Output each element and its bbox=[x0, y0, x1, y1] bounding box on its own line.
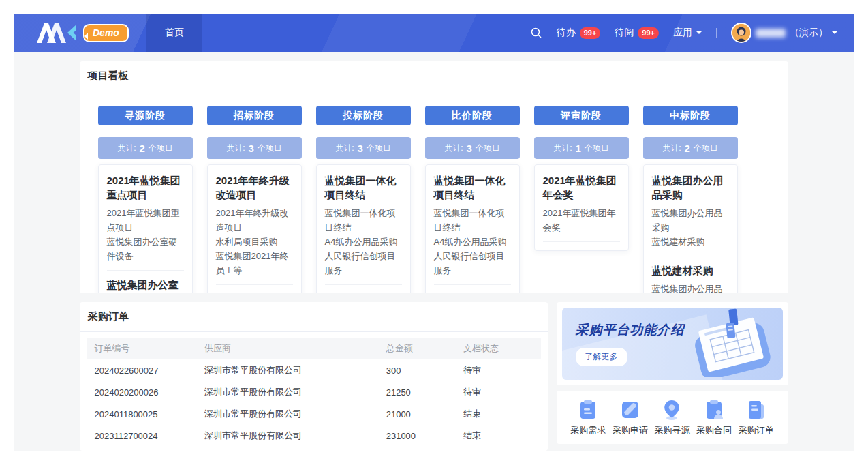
user-name-redacted bbox=[756, 29, 786, 38]
table-row[interactable]: 2024020200026深圳市常平股份有限公司21250待审 bbox=[87, 381, 541, 403]
quicklink-采购需求[interactable]: 采购需求 bbox=[568, 399, 610, 436]
apps-menu-item[interactable]: 应用 bbox=[673, 27, 702, 39]
kanban-column: 招标阶段共计:3个项目2021年年终升级改造项目2021年年终升级改造项目 水利… bbox=[207, 106, 302, 293]
project-item[interactable]: 2021年蓝悦集团年会奖2021年蓝悦集团年会奖 bbox=[543, 173, 620, 242]
quicklink-label: 采购合同 bbox=[696, 424, 732, 436]
project-description: 蓝悦集团一体化项目终结 A4纸办公用品采购 人民银行信创项目服务 bbox=[434, 206, 511, 278]
nav-divider bbox=[716, 28, 717, 38]
stage-header-button[interactable]: 招标阶段 bbox=[207, 106, 302, 125]
stage-header-button[interactable]: 评审阶段 bbox=[534, 106, 629, 125]
project-board-title: 项目看板 bbox=[80, 61, 788, 91]
column-header: 总金额 bbox=[386, 342, 463, 355]
quicklink-采购寻源[interactable]: 采购寻源 bbox=[651, 399, 694, 436]
main-nav: 首页 bbox=[146, 14, 202, 52]
project-item[interactable]: A4纸办公用品采购 bbox=[325, 292, 402, 293]
stage-header-button[interactable]: 中标阶段 bbox=[643, 106, 738, 125]
purchase-orders-panel: 采购订单 订单编号供应商总金额文档状态 2024022600027深圳市常平股份… bbox=[80, 302, 548, 451]
kanban-column: 比价阶段共计:3个项目蓝悦集团一体化项目终结蓝悦集团一体化项目终结 A4纸办公用… bbox=[425, 106, 520, 293]
order-number-cell: 2024011800025 bbox=[87, 409, 204, 419]
project-title: 蓝悦集团一体化项目终结 bbox=[434, 173, 511, 202]
count-suffix: 个项目 bbox=[149, 143, 173, 154]
count-suffix: 个项目 bbox=[258, 143, 282, 154]
stage-header-button[interactable]: 比价阶段 bbox=[425, 106, 520, 125]
column-header: 供应商 bbox=[204, 342, 386, 355]
project-title: 2021年年终升级改造项目 bbox=[216, 173, 293, 202]
count-prefix: 共计: bbox=[335, 143, 354, 154]
column-header: 文档状态 bbox=[463, 342, 540, 355]
demo-badge: Demo bbox=[83, 24, 129, 42]
total-amount-cell: 21250 bbox=[386, 387, 463, 398]
project-card-list: 2021年蓝悦集团年会奖2021年蓝悦集团年会奖 bbox=[534, 164, 629, 251]
status-cell: 结束 bbox=[463, 408, 540, 420]
purchase-orders-title: 采购订单 bbox=[80, 302, 548, 332]
project-item[interactable]: 2021年蓝悦集团重点项目2021年蓝悦集团重点项目 蓝悦集团办公室硬件设备 bbox=[107, 173, 184, 271]
stage-count: 共计:3个项目 bbox=[207, 137, 302, 159]
count-suffix: 个项目 bbox=[585, 143, 609, 154]
project-description: 2021年蓝悦集团年会奖 bbox=[543, 206, 620, 235]
project-description: 2021年年终升级改造项目 水利局项目采购 蓝悦集团2021年终员工等 bbox=[216, 206, 293, 278]
search-icon[interactable] bbox=[530, 27, 542, 39]
toread-badge: 99+ bbox=[638, 27, 659, 39]
project-item[interactable]: 蓝悦集团一体化项目终结蓝悦集团一体化项目终结 A4纸办公用品采购 人民银行信创项… bbox=[325, 173, 402, 285]
project-card-list: 2021年蓝悦集团重点项目2021年蓝悦集团重点项目 蓝悦集团办公室硬件设备蓝悦… bbox=[98, 164, 193, 293]
toread-menu-item[interactable]: 待阅 99+ bbox=[615, 27, 659, 39]
project-item[interactable]: A4纸办公用品采购 bbox=[434, 292, 511, 293]
location-pin-icon bbox=[661, 399, 683, 421]
avatar bbox=[731, 23, 751, 43]
project-item[interactable]: 蓝悦建材采购蓝悦集团办公用品采购 bbox=[652, 263, 729, 293]
app-logo[interactable]: Demo bbox=[37, 23, 129, 43]
quicklink-label: 采购申请 bbox=[613, 424, 648, 436]
quicklink-采购申请[interactable]: 采购申请 bbox=[609, 399, 651, 436]
supplier-cell: 深圳市常平股份有限公司 bbox=[204, 364, 386, 376]
project-title: A4纸办公用品采购 bbox=[434, 292, 511, 293]
promo-banner[interactable]: 采购平台功能介绍 了解更多 bbox=[562, 308, 783, 380]
stage-header-button[interactable]: 投标阶段 bbox=[316, 106, 411, 125]
quicklink-label: 采购订单 bbox=[739, 424, 774, 436]
count-prefix: 共计: bbox=[444, 143, 463, 154]
count-value: 2 bbox=[685, 143, 690, 154]
kanban-column: 中标阶段共计:2个项目蓝悦集团办公用品采购蓝悦集团办公用品采购 蓝悦建材采购蓝悦… bbox=[643, 106, 738, 293]
project-card-list: 蓝悦集团一体化项目终结蓝悦集团一体化项目终结 A4纸办公用品采购 人民银行信创项… bbox=[316, 164, 411, 293]
table-row[interactable]: 2024011800025深圳市常平股份有限公司21000结束 bbox=[87, 403, 541, 425]
supplier-cell: 深圳市常平股份有限公司 bbox=[204, 408, 386, 420]
project-item[interactable]: 蓝悦集团办公用品采购蓝悦集团办公用品采购 蓝悦建材采购 bbox=[652, 173, 729, 256]
stage-header-button[interactable]: 寻源阶段 bbox=[98, 106, 193, 125]
project-description: 蓝悦集团办公用品采购 bbox=[652, 282, 729, 293]
todo-label: 待办 bbox=[557, 27, 576, 39]
project-title: 2021年蓝悦集团重点项目 bbox=[107, 173, 184, 202]
user-menu[interactable]: （演示） bbox=[731, 23, 837, 43]
kanban-column: 投标阶段共计:3个项目蓝悦集团一体化项目终结蓝悦集团一体化项目终结 A4纸办公用… bbox=[316, 106, 411, 293]
promo-title: 采购平台功能介绍 bbox=[576, 321, 685, 339]
project-item[interactable]: 蓝悦集团一体化项目终结蓝悦集团一体化项目终结 A4纸办公用品采购 人民银行信创项… bbox=[434, 173, 511, 285]
total-amount-cell: 231000 bbox=[386, 431, 463, 441]
kanban-column: 寻源阶段共计:2个项目2021年蓝悦集团重点项目2021年蓝悦集团重点项目 蓝悦… bbox=[98, 106, 193, 293]
tab-home[interactable]: 首页 bbox=[146, 14, 202, 52]
count-value: 2 bbox=[140, 143, 145, 154]
project-card-list: 蓝悦集团办公用品采购蓝悦集团办公用品采购 蓝悦建材采购蓝悦建材采购蓝悦集团办公用… bbox=[643, 164, 738, 293]
navbar: Demo 首页 待办 99+ 待阅 99+ 应用 bbox=[14, 14, 854, 52]
supplier-cell: 深圳市常平股份有限公司 bbox=[204, 430, 386, 442]
table-row[interactable]: 2024022600027深圳市常平股份有限公司300待审 bbox=[87, 359, 541, 381]
count-suffix: 个项目 bbox=[694, 143, 718, 154]
todo-menu-item[interactable]: 待办 99+ bbox=[557, 27, 601, 39]
status-cell: 待审 bbox=[463, 386, 540, 398]
project-item[interactable]: 蓝悦集团办公室硬件设备 bbox=[107, 278, 184, 293]
project-item[interactable]: 水利局项目采购 bbox=[216, 292, 293, 293]
column-header: 订单编号 bbox=[87, 342, 204, 355]
kanban-column: 评审阶段共计:1个项目2021年蓝悦集团年会奖2021年蓝悦集团年会奖 bbox=[534, 106, 629, 251]
table-row[interactable]: 2023112700024深圳市常平股份有限公司231000结束 bbox=[87, 425, 541, 447]
quicklink-采购订单[interactable]: 采购订单 bbox=[735, 399, 777, 436]
project-item[interactable]: 2021年年终升级改造项目2021年年终升级改造项目 水利局项目采购 蓝悦集团2… bbox=[216, 173, 293, 285]
app-window: Demo 首页 待办 99+ 待阅 99+ 应用 bbox=[14, 14, 854, 451]
learn-more-button[interactable]: 了解更多 bbox=[576, 348, 627, 366]
stage-count: 共计:3个项目 bbox=[316, 137, 411, 159]
quicklink-label: 采购寻源 bbox=[654, 424, 689, 436]
apps-label: 应用 bbox=[673, 27, 692, 39]
project-description: 蓝悦集团一体化项目终结 A4纸办公用品采购 人民银行信创项目服务 bbox=[325, 206, 402, 278]
project-description: 蓝悦集团办公用品采购 蓝悦建材采购 bbox=[652, 206, 729, 249]
project-title: 蓝悦集团办公室硬件设备 bbox=[107, 278, 184, 293]
order-number-cell: 2024020200026 bbox=[87, 387, 204, 398]
project-title: A4纸办公用品采购 bbox=[325, 292, 402, 293]
toread-label: 待阅 bbox=[615, 27, 634, 39]
quicklink-采购合同[interactable]: 采购合同 bbox=[693, 399, 735, 436]
